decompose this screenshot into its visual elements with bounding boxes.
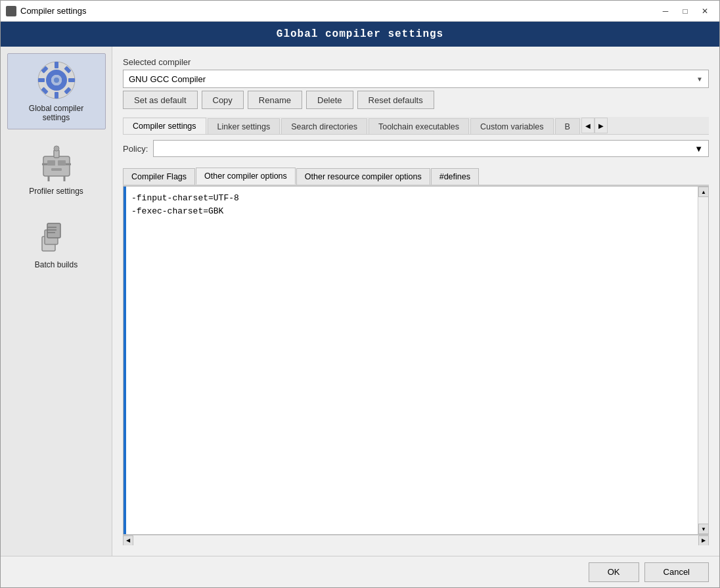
title-bar-controls: ─ □ ✕ — [656, 3, 714, 19]
right-panel: Selected compiler GNU GCC Compiler ▼ Set… — [112, 47, 719, 556]
title-bar: Compiler settings ─ □ ✕ — [1, 1, 719, 22]
chevron-down-icon: ▼ — [696, 76, 703, 83]
window-title: Compiler settings — [20, 6, 86, 16]
svg-rect-2 — [55, 62, 58, 68]
svg-rect-4 — [38, 78, 45, 82]
tab-compiler-flags[interactable]: Compiler Flags — [123, 168, 195, 185]
tab-toolchain-executables[interactable]: Toolchain executables — [369, 118, 469, 135]
maximize-button[interactable]: □ — [676, 3, 694, 19]
tab-compiler-settings[interactable]: Compiler settings — [123, 118, 206, 135]
compiler-dropdown-value: GNU GCC Compiler — [129, 74, 206, 84]
sidebar-profiler-label: Profiler settings — [29, 187, 83, 196]
chevron-down-icon-policy: ▼ — [694, 144, 703, 154]
compiler-settings-window: Compiler settings ─ □ ✕ Global compiler … — [0, 0, 720, 588]
tab-other-resource-compiler-options[interactable]: Other resource compiler options — [296, 168, 430, 185]
gear-icon — [37, 60, 76, 100]
svg-rect-24 — [47, 223, 60, 238]
header-bar: Global compiler settings — [1, 22, 719, 47]
scroll-left-button[interactable]: ◀ — [123, 535, 133, 546]
minimize-button[interactable]: ─ — [656, 3, 675, 19]
delete-button[interactable]: Delete — [306, 91, 353, 109]
reset-defaults-button[interactable]: Reset defaults — [357, 91, 434, 109]
scroll-up-button[interactable]: ▲ — [698, 187, 709, 197]
compiler-select-row: GNU GCC Compiler ▼ — [123, 70, 709, 88]
header-title: Global compiler settings — [277, 28, 443, 40]
tab-b[interactable]: B — [555, 118, 580, 135]
bottom-bar: OK Cancel — [1, 556, 719, 587]
window-icon — [6, 6, 16, 16]
tab-nav-left[interactable]: ◀ — [581, 118, 595, 133]
tab-defines[interactable]: #defines — [431, 168, 479, 185]
scroll-track-v[interactable] — [698, 197, 708, 524]
svg-point-17 — [54, 146, 59, 151]
tab-other-compiler-options[interactable]: Other compiler options — [196, 168, 296, 185]
sidebar: Global compilersettings Profile — [1, 47, 112, 556]
batch-icon — [37, 217, 76, 256]
tab-search-directories[interactable]: Search directories — [281, 118, 367, 135]
policy-dropdown[interactable]: ▼ — [153, 140, 709, 157]
title-bar-left: Compiler settings — [6, 6, 86, 16]
close-button[interactable]: ✕ — [696, 3, 714, 19]
profiler-icon — [37, 143, 76, 183]
outer-tab-bar: Compiler settings Linker settings Search… — [123, 117, 709, 135]
sidebar-batch-label: Batch builds — [35, 260, 78, 269]
policy-label: Policy: — [123, 144, 148, 154]
text-area-container: -finput-charset=UTF-8 -fexec-charset=GBK… — [123, 186, 709, 535]
compiler-dropdown[interactable]: GNU GCC Compiler ▼ — [123, 70, 709, 88]
rename-button[interactable]: Rename — [248, 91, 302, 109]
svg-rect-12 — [43, 156, 70, 176]
svg-rect-13 — [47, 160, 55, 166]
sidebar-item-global-compiler-settings[interactable]: Global compilersettings — [7, 53, 106, 129]
compiler-button-row: Set as default Copy Rename Delete Reset … — [123, 91, 709, 109]
vertical-scrollbar[interactable]: ▲ ▼ — [698, 187, 708, 534]
sidebar-item-profiler-settings[interactable]: Profiler settings — [7, 136, 106, 203]
tab-nav-right[interactable]: ▶ — [595, 118, 608, 133]
svg-rect-14 — [58, 160, 66, 166]
svg-rect-15 — [51, 168, 62, 171]
sidebar-global-label: Global compilersettings — [29, 104, 83, 122]
tab-custom-variables[interactable]: Custom variables — [470, 118, 554, 135]
svg-rect-5 — [68, 78, 75, 82]
selected-compiler-section: Selected compiler GNU GCC Compiler ▼ Set… — [123, 57, 709, 109]
inner-tab-bar: Compiler Flags Other compiler options Ot… — [123, 168, 709, 186]
main-content: Global compilersettings Profile — [1, 47, 719, 556]
tab-linker-settings[interactable]: Linker settings — [208, 118, 281, 135]
tabs-section: Compiler settings Linker settings Search… — [123, 117, 709, 545]
ok-button[interactable]: OK — [589, 562, 639, 582]
selected-compiler-label: Selected compiler — [123, 57, 709, 67]
set-as-default-button[interactable]: Set as default — [123, 91, 198, 109]
policy-row: Policy: ▼ — [123, 140, 709, 157]
horizontal-scrollbar: ◀ ▶ — [123, 535, 709, 545]
compiler-options-text[interactable]: -finput-charset=UTF-8 -fexec-charset=GBK — [126, 187, 698, 534]
svg-rect-3 — [55, 92, 58, 99]
scroll-right-button[interactable]: ▶ — [698, 535, 709, 546]
copy-button[interactable]: Copy — [202, 91, 244, 109]
svg-point-11 — [54, 78, 59, 83]
sidebar-item-batch-builds[interactable]: Batch builds — [7, 210, 106, 277]
cancel-button[interactable]: Cancel — [644, 562, 709, 582]
scroll-down-button[interactable]: ▼ — [698, 524, 709, 534]
